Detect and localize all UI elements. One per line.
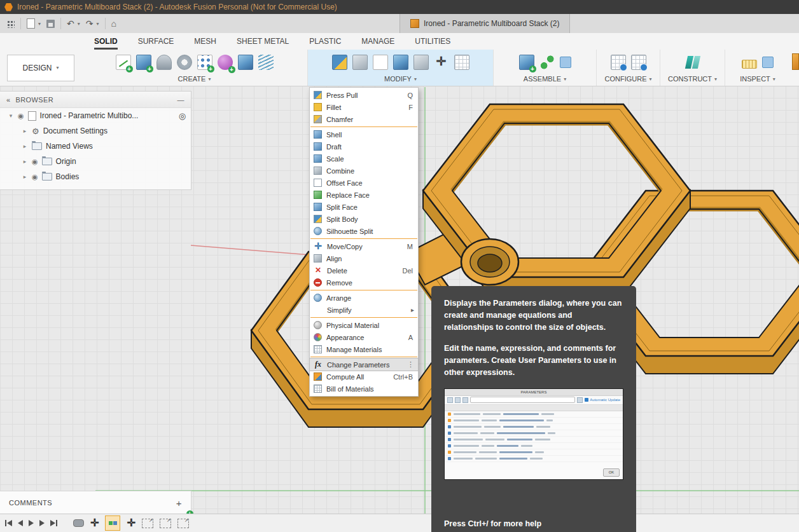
sketch-marker-icon-1[interactable]: ↗: [142, 519, 153, 528]
menu-item-split-face[interactable]: Split Face: [310, 201, 418, 213]
menu-item-combine[interactable]: Combine: [310, 165, 418, 177]
step-back-icon[interactable]: [18, 520, 23, 526]
tab-mesh[interactable]: MESH: [194, 33, 216, 50]
menu-item-offset-face[interactable]: Offset Face: [310, 177, 418, 189]
add-comment-icon[interactable]: +: [176, 498, 182, 508]
chevron-down-icon[interactable]: ▾: [38, 21, 41, 27]
menu-item-split-body[interactable]: Split Body: [310, 213, 418, 225]
body-marker-icon[interactable]: [73, 519, 84, 527]
shell-icon[interactable]: [373, 55, 388, 70]
coil-icon[interactable]: [177, 55, 192, 70]
move-marker-icon-2[interactable]: ✛: [127, 518, 135, 528]
measure-icon[interactable]: [742, 60, 757, 69]
joint-icon[interactable]: [539, 55, 555, 70]
menu-item-simplify[interactable]: Simplify ▸: [310, 304, 418, 316]
comments-panel[interactable]: COMMENTS +: [0, 491, 191, 515]
activate-target-icon[interactable]: ◎: [179, 111, 186, 121]
ruled-surface-icon[interactable]: [258, 55, 274, 70]
configuration-table-icon[interactable]: [611, 55, 626, 70]
tab-manage[interactable]: MANAGE: [361, 33, 394, 50]
browser-item-origin[interactable]: ▸ ◉ Origin: [0, 154, 191, 169]
save-icon[interactable]: [46, 20, 55, 28]
section-analysis-icon[interactable]: [762, 57, 774, 68]
menu-item-delete[interactable]: ✕ Delete Del: [310, 264, 418, 276]
component-marker-icon[interactable]: [105, 515, 120, 531]
fillet-icon[interactable]: [352, 55, 368, 70]
expand-caret-icon[interactable]: ▸: [22, 143, 28, 149]
visibility-eye-icon[interactable]: ◉: [32, 173, 38, 181]
tab-surface[interactable]: SURFACE: [138, 33, 174, 50]
skip-start-icon[interactable]: [5, 520, 12, 526]
menu-item-shell[interactable]: Shell: [310, 128, 418, 140]
menu-item-appearance[interactable]: Appearance A: [310, 331, 418, 343]
menu-item-physical-material[interactable]: Physical Material: [310, 319, 418, 331]
menu-item-bill-of-materials[interactable]: Bill of Materials: [310, 383, 418, 395]
construction-plane-icon[interactable]: [685, 55, 700, 70]
split-icon[interactable]: [413, 55, 429, 70]
redo-icon[interactable]: ↷: [86, 19, 94, 28]
menu-item-align[interactable]: Align: [310, 252, 418, 264]
menu-item-manage-materials[interactable]: Manage Materials: [310, 343, 418, 355]
collapse-chevrons-icon[interactable]: «: [6, 96, 11, 104]
tab-utilities[interactable]: UTILITIES: [415, 33, 450, 50]
extrude-icon[interactable]: [238, 55, 253, 70]
design-workspace-dropdown[interactable]: DESIGN ▾: [7, 55, 74, 81]
menu-item-fillet[interactable]: Fillet F: [310, 101, 418, 113]
expand-caret-icon[interactable]: ▸: [22, 158, 28, 165]
tab-solid[interactable]: SOLID: [94, 33, 118, 50]
menu-item-scale[interactable]: Scale: [310, 153, 418, 165]
configure-icon[interactable]: [631, 55, 646, 70]
document-tab[interactable]: Ironed - Parametric Multiboard Stack (2): [400, 14, 570, 33]
skip-end-icon[interactable]: [50, 520, 57, 526]
visibility-eye-icon[interactable]: ◉: [32, 158, 38, 166]
expand-caret-icon[interactable]: ▾: [8, 113, 14, 119]
menu-item-remove[interactable]: Remove: [310, 276, 418, 289]
browser-item-document-settings[interactable]: ▸ ⚙ Document Settings: [0, 123, 191, 139]
menu-item-replace-face[interactable]: Replace Face: [310, 189, 418, 201]
revolve-icon[interactable]: [156, 55, 172, 70]
minimize-icon[interactable]: —: [177, 96, 184, 104]
menu-item-change-parameters[interactable]: fx Change Parameters ⋮: [310, 358, 418, 371]
chevron-down-icon[interactable]: ▾: [78, 21, 80, 27]
sketch-icon[interactable]: [116, 55, 131, 70]
sheet-metal-partial-icon[interactable]: [792, 53, 799, 70]
step-forward-icon[interactable]: [39, 520, 45, 526]
sketch-marker-icon-2[interactable]: ↗: [160, 519, 171, 528]
play-icon[interactable]: [29, 520, 34, 526]
parameters-table-icon[interactable]: [454, 55, 469, 70]
home-icon[interactable]: ⌂: [111, 19, 116, 28]
file-icon[interactable]: [27, 18, 35, 29]
group-label-assemble[interactable]: ASSEMBLE▾: [524, 75, 566, 83]
chevron-down-icon[interactable]: ▾: [97, 21, 99, 27]
expand-caret-icon[interactable]: ▸: [22, 128, 28, 134]
pattern-icon[interactable]: [197, 55, 212, 70]
more-options-icon[interactable]: ⋮: [407, 360, 414, 369]
move-marker-icon[interactable]: ✛: [90, 518, 99, 528]
visibility-eye-icon[interactable]: ◉: [18, 112, 24, 120]
undo-icon[interactable]: ↶: [67, 19, 74, 28]
sketch-marker-icon-3[interactable]: ↗: [177, 519, 189, 528]
form-icon[interactable]: [218, 55, 233, 70]
group-label-configure[interactable]: CONFIGURE▾: [604, 75, 651, 83]
menu-item-move-copy[interactable]: ✛ Move/Copy M: [310, 240, 418, 252]
expand-caret-icon[interactable]: ▸: [22, 174, 28, 180]
press-pull-icon[interactable]: [332, 55, 347, 70]
menu-item-arrange[interactable]: Arrange: [310, 292, 418, 304]
menu-item-silhouette-split[interactable]: Silhouette Split: [310, 225, 418, 237]
browser-item-named-views[interactable]: ▸ Named Views: [0, 139, 191, 154]
browser-item-bodies[interactable]: ▸ ◉ Bodies: [0, 169, 191, 184]
tab-sheet-metal[interactable]: SHEET METAL: [237, 33, 289, 50]
group-label-modify[interactable]: MODIFY▾: [384, 75, 417, 83]
as-built-joint-icon[interactable]: [560, 57, 571, 68]
app-grid-icon[interactable]: [6, 20, 15, 28]
menu-item-press-pull[interactable]: Press Pull Q: [310, 89, 418, 101]
group-label-create[interactable]: CREATE▾: [178, 75, 211, 83]
browser-root-row[interactable]: ▾ ◉ Ironed - Parametric Multibo... ◎: [0, 108, 191, 123]
menu-item-chamfer[interactable]: Chamfer: [310, 113, 418, 125]
group-label-inspect[interactable]: INSPECT▾: [740, 75, 775, 83]
menu-item-compute-all[interactable]: Compute All Ctrl+B: [310, 371, 418, 383]
browser-header[interactable]: « BROWSER —: [0, 92, 191, 108]
move-icon[interactable]: ✛: [434, 55, 449, 70]
box-icon[interactable]: [136, 55, 151, 70]
tab-plastic[interactable]: PLASTIC: [309, 33, 341, 50]
